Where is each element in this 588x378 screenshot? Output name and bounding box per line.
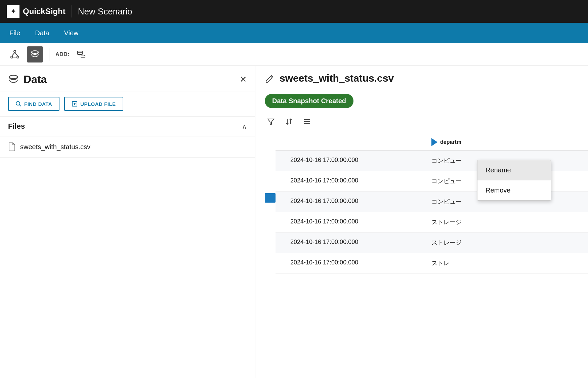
upload-file-button[interactable]: UPLOAD FILE (64, 97, 123, 111)
right-panel: sweets_with_status.csv Data Snapshot Cre… (255, 66, 588, 378)
col-header-dept: departm (426, 134, 520, 150)
list-item[interactable]: sweets_with_status.csv (0, 136, 255, 158)
filter-icon (267, 118, 275, 126)
title-bar: ✦ QuickSight New Scenario (0, 0, 588, 23)
cell-date: 2024-10-16 17:00:00.000 (285, 253, 426, 273)
left-panel: Data ✕ FIND DATA UPLOAD FILE (0, 66, 255, 378)
search-icon (15, 101, 22, 107)
find-data-button[interactable]: FIND DATA (8, 97, 59, 111)
menu-bar: File Data View (0, 23, 588, 43)
sort-indicator-icon (431, 138, 437, 146)
context-menu-remove[interactable]: Remove (477, 180, 551, 200)
svg-point-1 (11, 56, 13, 58)
data-icon (8, 74, 19, 85)
cell-date: 2024-10-16 17:00:00.000 (285, 212, 426, 232)
context-menu-rename[interactable]: Rename (477, 160, 551, 180)
context-trigger-indicator (265, 193, 276, 203)
snapshot-badge: Data Snapshot Created (255, 89, 588, 113)
table-row: 2024-10-16 17:00:00.000 ストレ (276, 253, 588, 274)
cell-dept: ストレ (426, 253, 493, 273)
title-divider (72, 5, 72, 17)
svg-line-4 (15, 52, 18, 56)
sort-button[interactable] (283, 116, 295, 130)
menu-view[interactable]: View (62, 27, 80, 39)
context-menu: Rename Remove (477, 160, 551, 201)
cell-date: 2024-10-16 17:00:00.000 (285, 151, 426, 171)
panel-actions: FIND DATA UPLOAD FILE (0, 91, 255, 117)
files-title: Files (8, 122, 25, 131)
edit-icon (265, 74, 274, 83)
file-name: sweets_with_status.csv (20, 143, 90, 151)
file-icon (8, 142, 15, 151)
data-toolbar (255, 113, 588, 134)
menu-data[interactable]: Data (34, 27, 50, 39)
cell-date: 2024-10-16 17:00:00.000 (285, 171, 426, 191)
cell-dept: ストレージ (426, 212, 493, 232)
app-name: QuickSight (23, 7, 66, 16)
data-view-button[interactable] (27, 46, 43, 62)
col-header-date (285, 134, 426, 150)
table-header: departm (276, 134, 588, 151)
table-row: 2024-10-16 17:00:00.000 ストレージ (276, 212, 588, 233)
svg-point-6 (32, 51, 38, 53)
add-datasource-button[interactable] (74, 46, 90, 62)
sort-icon (285, 118, 293, 126)
svg-point-14 (9, 75, 17, 79)
cell-date: 2024-10-16 17:00:00.000 (285, 233, 426, 253)
upload-icon (72, 101, 78, 107)
svg-point-15 (16, 101, 20, 105)
svg-line-3 (12, 52, 15, 56)
scenario-title: New Scenario (78, 6, 132, 17)
panel-close-button[interactable]: ✕ (240, 74, 247, 85)
table-row: 2024-10-16 17:00:00.000 ストレージ (276, 233, 588, 253)
rows-button[interactable] (301, 116, 313, 130)
menu-file[interactable]: File (8, 27, 22, 39)
panel-header: Data ✕ (0, 66, 255, 91)
logo: ✦ QuickSight (7, 5, 66, 18)
toolbar-divider (49, 48, 49, 61)
toolbar: ADD: (0, 43, 588, 66)
logo-box: ✦ (7, 5, 19, 18)
panel-title: Data (8, 73, 47, 86)
svg-point-2 (17, 56, 19, 58)
right-panel-title: sweets_with_status.csv (280, 73, 394, 84)
filter-button[interactable] (265, 116, 277, 130)
rows-icon (303, 118, 311, 126)
collapse-files-button[interactable]: ∧ (242, 122, 247, 130)
svg-point-0 (14, 50, 16, 52)
svg-line-16 (19, 105, 21, 107)
files-section: Files ∧ sweets_with_status.csv (0, 117, 255, 378)
right-panel-header: sweets_with_status.csv (255, 66, 588, 89)
svg-rect-7 (78, 51, 82, 54)
files-header: Files ∧ (0, 117, 255, 136)
cell-dept: ストレージ (426, 233, 493, 253)
cell-date: 2024-10-16 17:00:00.000 (285, 192, 426, 212)
network-view-button[interactable] (7, 46, 23, 62)
svg-rect-10 (81, 55, 85, 58)
add-label: ADD: (55, 51, 70, 57)
main-layout: Data ✕ FIND DATA UPLOAD FILE (0, 66, 588, 378)
